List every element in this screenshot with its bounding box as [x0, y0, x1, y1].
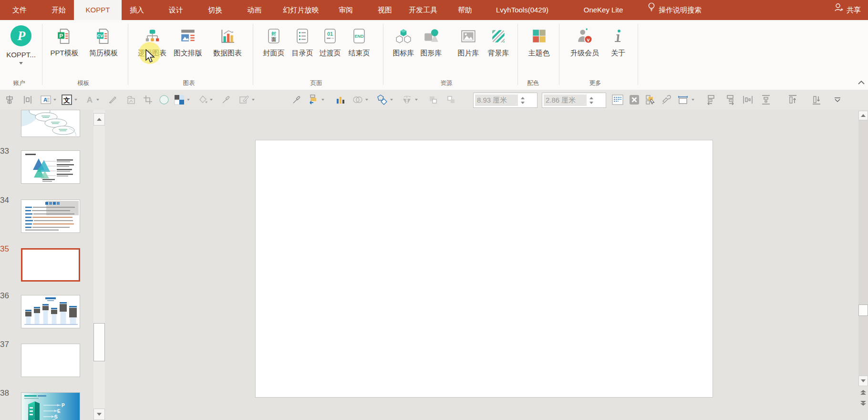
tab-lvyhtools[interactable]: LvyhTools(0429)	[491, 0, 553, 20]
merge-shapes-icon[interactable]	[352, 94, 363, 105]
slide-33-thumbnail[interactable]	[21, 150, 80, 184]
fill-color-icon[interactable]	[197, 94, 209, 105]
previous-slide-button[interactable]	[859, 388, 868, 399]
dropdown-caret-icon[interactable]	[415, 99, 418, 101]
tab-view[interactable]: 视图	[373, 0, 397, 20]
dropdown-caret-icon[interactable]	[96, 99, 99, 101]
align-bottom-icon[interactable]	[811, 94, 822, 105]
slide-canvas[interactable]	[255, 140, 713, 398]
dropdown-caret-icon[interactable]	[210, 99, 213, 101]
theme-colors-button[interactable]: 主题色	[526, 27, 552, 58]
format-painter-icon[interactable]	[661, 94, 672, 105]
logic-diagram-button[interactable]: 逻辑图表	[137, 27, 167, 58]
slide-35-thumbnail-selected[interactable]	[21, 248, 80, 282]
picture-library-button[interactable]: 图片库	[455, 27, 482, 58]
tab-slideshow[interactable]: 幻灯片放映	[279, 0, 323, 20]
icon-library-button[interactable]: 图标库	[390, 27, 417, 58]
align-left-icon[interactable]	[706, 94, 717, 105]
tab-design[interactable]: 设计	[164, 0, 188, 20]
dropdown-caret-icon[interactable]	[692, 99, 694, 101]
tab-help[interactable]: 帮助	[453, 0, 477, 20]
distribute-horizontal-icon[interactable]	[742, 94, 754, 105]
shape-library-button[interactable]: 图形库	[418, 27, 444, 58]
tell-me-search[interactable]: 操作说明搜索	[648, 0, 702, 20]
koppt-account-button[interactable]: P KOPPT...	[3, 24, 39, 64]
thumbnail-scrollbar-thumb[interactable]	[93, 323, 105, 361]
thumbnail-scroll-down-button[interactable]	[93, 409, 105, 420]
toolbar-overflow-icon[interactable]	[832, 94, 843, 105]
edit-shape-icon[interactable]	[238, 94, 250, 105]
tab-insert[interactable]: 插入	[125, 0, 149, 20]
align-objects-icon[interactable]	[4, 94, 15, 105]
next-slide-button[interactable]	[859, 399, 868, 410]
about-button[interactable]: 关于	[606, 27, 630, 58]
resume-template-button[interactable]: CV 简历模板	[88, 27, 119, 58]
shape-width-input[interactable]	[475, 94, 518, 106]
background-library-button[interactable]: 背景库	[485, 27, 512, 58]
end-page-button[interactable]: END 结束页	[346, 27, 372, 58]
shape-height-input[interactable]	[544, 94, 587, 106]
upgrade-vip-button[interactable]: v 升级会员	[569, 27, 600, 58]
align-right-icon[interactable]	[724, 94, 735, 105]
slide-32-thumbnail[interactable]	[21, 110, 80, 137]
dropdown-caret-icon[interactable]	[321, 99, 324, 101]
color-swatch-icon[interactable]	[174, 94, 185, 105]
thumbnail-scrollbar-track[interactable]	[93, 110, 105, 420]
mini-chart-icon[interactable]	[335, 94, 346, 105]
slide-36-thumbnail[interactable]	[21, 295, 80, 328]
send-backward-icon[interactable]	[445, 94, 457, 105]
eyedropper-alt-icon[interactable]	[291, 94, 302, 105]
flip-shape-icon[interactable]	[402, 94, 413, 105]
toc-page-button[interactable]: 目录页	[289, 27, 316, 58]
cover-page-button[interactable]: 封面 封面页	[260, 27, 287, 58]
canvas-scroll-up-button[interactable]	[858, 111, 868, 120]
tab-onekey-lite[interactable]: OneKey Lite	[577, 0, 630, 20]
dropdown-caret-icon[interactable]	[53, 99, 56, 101]
image-text-layout-button[interactable]: 图文排版	[173, 27, 203, 58]
size-settings-icon[interactable]	[677, 94, 689, 105]
eyedropper-icon[interactable]	[220, 94, 232, 105]
height-spinner[interactable]	[587, 94, 596, 107]
tab-home[interactable]: 开始	[47, 0, 71, 20]
tab-transitions[interactable]: 切换	[203, 0, 227, 20]
combine-shapes-icon[interactable]	[377, 94, 388, 105]
text-box-icon[interactable]	[612, 94, 623, 105]
slide-38-thumbnail[interactable]: PEST	[21, 392, 80, 420]
distribute-vertical-icon[interactable]	[760, 94, 772, 105]
bring-forward-icon[interactable]	[427, 94, 439, 105]
dropdown-caret-icon[interactable]	[252, 99, 255, 101]
oval-shape-icon[interactable]	[158, 94, 170, 105]
canvas-scroll-down-button[interactable]	[858, 376, 868, 386]
slide-34-thumbnail[interactable]	[21, 200, 80, 233]
dropdown-caret-icon[interactable]	[187, 99, 190, 101]
text-style-icon[interactable]: A	[40, 94, 52, 105]
tab-file[interactable]: 文件	[8, 0, 31, 20]
dropdown-caret-icon[interactable]	[390, 99, 393, 101]
replace-picture-icon[interactable]	[125, 94, 136, 105]
delete-x-icon[interactable]	[629, 94, 640, 105]
canvas-scrollbar-track[interactable]	[858, 111, 868, 386]
tab-koppt[interactable]: KOPPT	[74, 0, 122, 20]
transition-page-button[interactable]: 01 过渡页	[317, 27, 343, 58]
align-top-icon[interactable]	[787, 94, 798, 105]
tab-animations[interactable]: 动画	[242, 0, 266, 20]
data-chart-button[interactable]: 数据图表	[212, 27, 243, 58]
chinese-font-icon[interactable]: 文	[61, 94, 72, 105]
tab-developer[interactable]: 开发工具	[405, 0, 441, 20]
slide-37-thumbnail[interactable]	[21, 344, 80, 377]
thumbnail-scroll-up-button[interactable]	[93, 113, 105, 126]
brush-icon[interactable]	[107, 94, 118, 105]
select-objects-icon[interactable]	[645, 94, 656, 105]
share-button[interactable]: 共享	[834, 0, 861, 20]
font-command-icon[interactable]: A	[84, 94, 95, 105]
collapse-ribbon-button[interactable]	[858, 79, 865, 88]
ppt-template-button[interactable]: P PPT模板	[49, 27, 80, 58]
crop-icon[interactable]	[142, 94, 154, 105]
canvas-scrollbar-thumb[interactable]	[858, 304, 868, 316]
dropdown-caret-icon[interactable]	[74, 99, 77, 101]
tab-review[interactable]: 审阅	[334, 0, 358, 20]
dropdown-caret-icon[interactable]	[365, 99, 368, 101]
paste-format-icon[interactable]	[308, 94, 319, 105]
distribute-objects-icon[interactable]	[22, 94, 33, 105]
width-spinner[interactable]	[518, 94, 527, 107]
